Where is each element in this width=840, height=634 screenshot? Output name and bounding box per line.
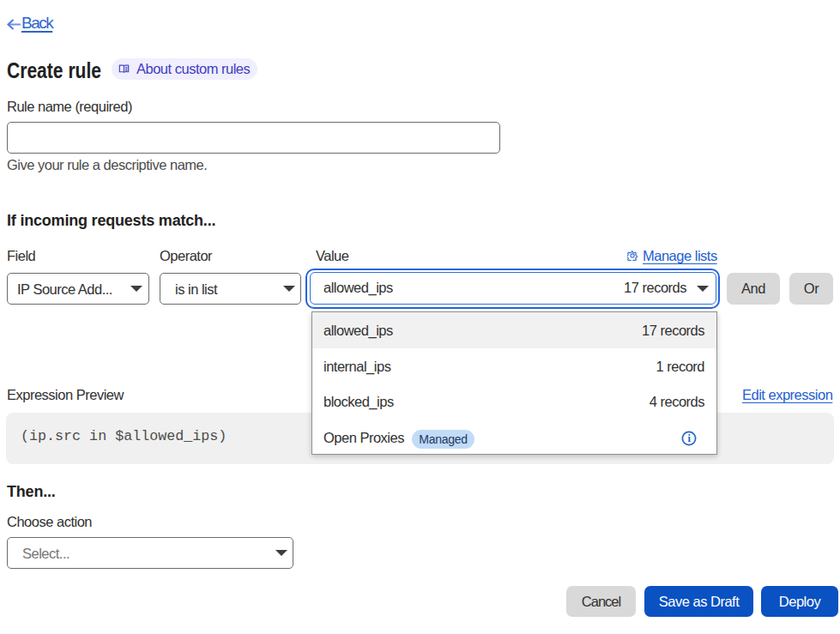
svg-text:i: i: [688, 432, 692, 444]
